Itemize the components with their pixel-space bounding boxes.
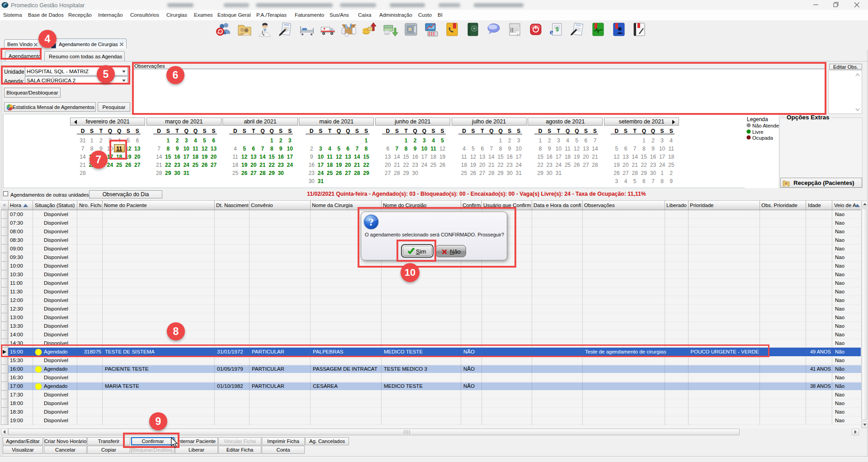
svg-text:e: e (550, 28, 553, 36)
svg-text:$: $ (556, 26, 559, 33)
